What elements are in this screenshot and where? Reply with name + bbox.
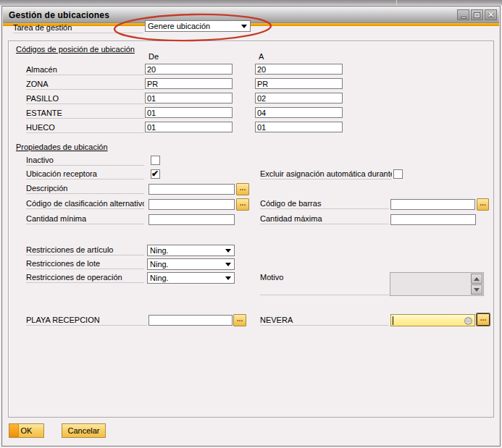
nevera-browse-button[interactable]: ...: [477, 313, 490, 326]
column-header-a: A: [259, 52, 264, 61]
cant-min-label: Cantidad mínima: [26, 213, 144, 224]
descripcion-input[interactable]: [148, 184, 235, 195]
default-button-strip: [9, 424, 19, 437]
text-caret: [393, 316, 393, 325]
pasillo-from-input[interactable]: [145, 93, 233, 103]
restr-lote-dropdown[interactable]: Ning.: [147, 258, 235, 270]
cant-min-input[interactable]: [148, 214, 235, 225]
chevron-down-icon: [225, 249, 231, 253]
cod-barras-browse-button[interactable]: ...: [477, 198, 489, 211]
nevera-label: NEVERA: [260, 314, 389, 326]
window-title: Gestión de ubicaciones: [3, 10, 109, 20]
cancel-button[interactable]: Cancelar: [62, 423, 106, 438]
properties-section-heading: Propiedades de ubicación: [16, 143, 108, 151]
column-header-de: De: [148, 52, 159, 61]
arrow-down-icon: [474, 288, 480, 292]
cancel-button-label: Cancelar: [67, 426, 99, 435]
restr-lote-label: Restricciones de lote: [26, 258, 144, 269]
excluir-checkbox[interactable]: [393, 169, 403, 179]
playa-input[interactable]: [148, 315, 233, 326]
restr-operacion-dropdown[interactable]: Ning.: [147, 272, 235, 284]
cant-max-label: Cantidad máxima: [260, 213, 389, 224]
row-label-hueco: HUECO: [26, 122, 144, 133]
cod-barras-label: Código de barras: [260, 198, 389, 209]
excluir-label: Excluir asignación automática durante e: [260, 168, 392, 179]
parent-window-strip: [0, 0, 502, 6]
arrow-up-icon: [474, 277, 480, 281]
ok-button-label: OK: [21, 426, 33, 435]
codes-section-heading: Códigos de posición de ubicación: [16, 45, 135, 54]
restr-articulo-label: Restricciones de artículo: [26, 244, 144, 255]
pasillo-to-input[interactable]: [255, 93, 343, 103]
row-label-pasillo: PASILLO: [26, 93, 144, 104]
playa-label: PLAYA RECEPCION: [26, 314, 147, 326]
row-label-estante: ESTANTE: [26, 107, 144, 119]
cod-barras-input[interactable]: [390, 199, 475, 210]
inactivo-label: Inactivo: [26, 154, 144, 166]
restr-lote-value: Ning.: [150, 260, 169, 269]
almacen-from-input[interactable]: [145, 64, 233, 75]
scroll-up-button[interactable]: [471, 274, 482, 284]
minimize-icon: [461, 17, 467, 19]
strip-divider: [396, 0, 397, 5]
descripcion-browse-button[interactable]: ...: [236, 183, 249, 195]
cod-clasif-browse-button[interactable]: ...: [236, 198, 249, 211]
nevera-input[interactable]: [390, 314, 475, 326]
chevron-down-icon: [241, 25, 247, 28]
inactivo-checkbox[interactable]: [151, 156, 160, 165]
title-bar: Gestión de ubicaciones ✕: [3, 7, 499, 23]
scroll-down-button[interactable]: [471, 284, 482, 295]
cod-clasif-label: Código de clasificación alternativo: [26, 198, 144, 209]
cant-max-input[interactable]: [390, 214, 476, 225]
restr-operacion-value: Ning.: [150, 274, 169, 282]
zona-to-input[interactable]: [255, 78, 343, 89]
hueco-to-input[interactable]: [255, 122, 343, 132]
restr-articulo-dropdown[interactable]: Ning.: [147, 245, 235, 256]
motivo-textarea[interactable]: [390, 272, 484, 296]
window-controls: ✕: [457, 9, 497, 20]
maximize-icon: [474, 12, 480, 18]
receptora-label: Ubicación receptora: [26, 168, 144, 179]
close-button[interactable]: ✕: [485, 9, 497, 20]
cod-clasif-input[interactable]: [148, 199, 235, 210]
chevron-down-icon: [225, 276, 231, 280]
estante-to-input[interactable]: [255, 107, 343, 118]
zona-from-input[interactable]: [145, 78, 233, 89]
chevron-down-icon: [225, 263, 231, 266]
row-label-almacen: Almacén: [26, 64, 144, 75]
ok-button[interactable]: OK: [9, 423, 44, 438]
hueco-from-input[interactable]: [145, 122, 233, 132]
almacen-to-input[interactable]: [255, 64, 343, 75]
choose-from-list-icon[interactable]: [464, 317, 472, 325]
close-icon: ✕: [488, 11, 494, 19]
motivo-label: Motivo: [260, 271, 390, 295]
motivo-scrollbar[interactable]: [471, 274, 482, 295]
restr-articulo-value: Ning.: [150, 246, 169, 255]
minimize-button[interactable]: [457, 9, 469, 20]
restr-operacion-label: Restricciones de operación: [26, 271, 144, 283]
estante-from-input[interactable]: [145, 107, 233, 118]
playa-browse-button[interactable]: ...: [233, 314, 246, 326]
row-label-zona: ZONA: [26, 78, 144, 90]
screen: Gestión de ubicaciones ✕ Tarea de gestió…: [0, 0, 502, 448]
task-label: Tarea de gestión: [13, 22, 143, 33]
maximize-button[interactable]: [471, 9, 483, 20]
task-dropdown-value: Genere ubicación: [148, 22, 210, 30]
descripcion-label: Descripción: [26, 182, 144, 194]
task-dropdown[interactable]: Genere ubicación: [145, 20, 251, 32]
receptora-checkbox[interactable]: [151, 169, 160, 179]
